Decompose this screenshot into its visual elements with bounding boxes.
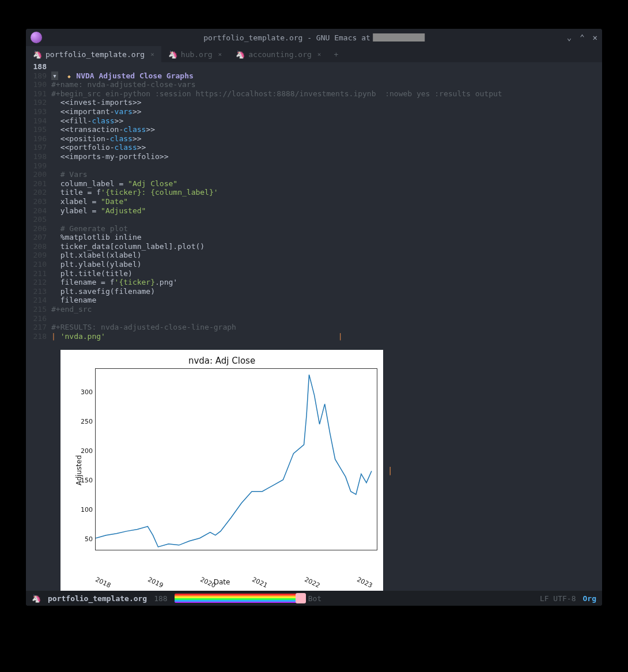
modeline-filename: portfolio_template.org	[48, 594, 147, 603]
tabbar: 🦄 portfolio_template.org × 🦄 hub.org × 🦄…	[26, 46, 602, 62]
bullet-icon: ⬥	[67, 71, 71, 80]
emacs-window: portfolio_template.org - GNU Emacs at ⌄ …	[26, 29, 602, 606]
unicorn-icon: 🦄	[33, 50, 42, 59]
fold-marker[interactable]: ▾	[51, 71, 58, 80]
tab-close-icon[interactable]: ×	[218, 51, 222, 58]
chart: nvda: Adj Close Adjusted 501001502002503…	[60, 350, 383, 591]
line-number-gutter: 1881891901911921931941951961971981992002…	[26, 62, 51, 350]
unicorn-icon: 🦄	[32, 594, 41, 603]
tab-close-icon[interactable]: ×	[150, 51, 154, 58]
x-axis-label: Date	[214, 578, 230, 586]
plot-area	[95, 368, 377, 550]
titlebar: portfolio_template.org - GNU Emacs at ⌄ …	[26, 29, 602, 46]
close-icon[interactable]: ✕	[593, 33, 597, 42]
modeline: 🦄 portfolio_template.org 188 Bot LF UTF-…	[26, 591, 602, 606]
modeline-major-mode: Org	[583, 594, 596, 603]
emacs-icon	[31, 32, 42, 43]
maximize-icon[interactable]: ⌃	[580, 33, 584, 42]
code-area[interactable]: ▾ ⬥ NVDA Adjusted Close Graphs #+name: n…	[51, 62, 602, 350]
tab-hub[interactable]: 🦄 hub.org ×	[161, 46, 229, 62]
modeline-encoding: LF UTF-8	[540, 594, 576, 603]
unicorn-icon: 🦄	[236, 50, 245, 59]
minimize-icon[interactable]: ⌄	[567, 33, 572, 42]
y-axis: 50100150200250300	[80, 368, 94, 550]
modeline-position: Bot	[308, 594, 321, 603]
tab-accounting[interactable]: 🦄 accounting.org ×	[229, 46, 328, 62]
inline-result: nvda: Adj Close Adjusted 501001502002503…	[26, 350, 602, 591]
window-title: portfolio_template.org - GNU Emacs at	[203, 33, 425, 42]
editor[interactable]: 1881891901911921931941951961971981992002…	[26, 62, 602, 350]
tab-portfolio-template[interactable]: 🦄 portfolio_template.org ×	[26, 46, 161, 62]
chart-title: nvda: Adj Close	[60, 350, 383, 366]
org-heading: NVDA Adjusted Close Graphs	[76, 71, 194, 80]
tab-close-icon[interactable]: ×	[317, 51, 321, 58]
nyan-cat-progress	[175, 594, 301, 603]
new-tab-button[interactable]: +	[328, 46, 344, 62]
modeline-line: 188	[154, 594, 167, 603]
unicorn-icon: 🦄	[168, 50, 177, 59]
